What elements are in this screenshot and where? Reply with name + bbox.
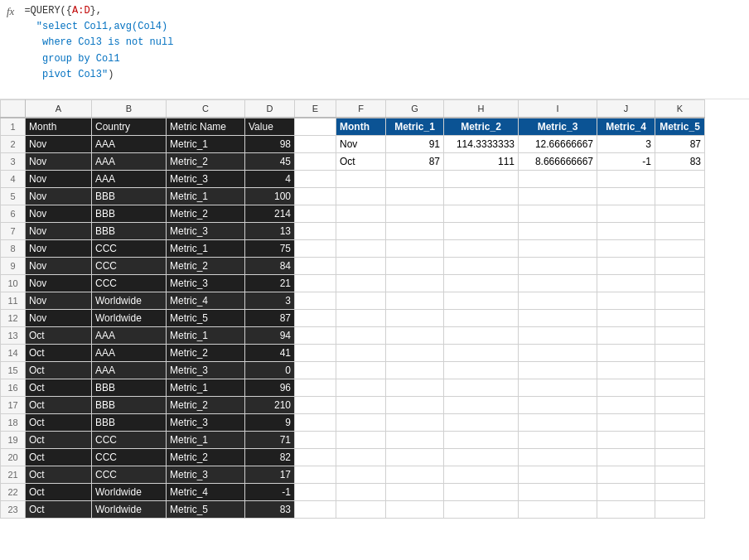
cell-e1[interactable] <box>295 118 336 136</box>
cell-c4[interactable]: Metric_3 <box>167 171 245 188</box>
cell-e11[interactable] <box>295 292 336 310</box>
cell-h6[interactable] <box>444 205 519 223</box>
cell-d14[interactable]: 41 <box>245 345 295 362</box>
cell-i18[interactable] <box>519 414 597 432</box>
cell-e9[interactable] <box>295 258 336 275</box>
cell-b21[interactable]: CCC <box>92 466 167 484</box>
cell-f13[interactable] <box>336 327 386 345</box>
cell-b22[interactable]: Worldwide <box>92 484 167 501</box>
cell-g17[interactable] <box>386 397 444 414</box>
cell-h8[interactable] <box>444 240 519 258</box>
cell-g10[interactable] <box>386 275 444 292</box>
cell-i9[interactable] <box>519 258 597 275</box>
cell-a1[interactable]: Month <box>26 118 92 136</box>
cell-g13[interactable] <box>386 327 444 345</box>
cell-a19[interactable]: Oct <box>26 432 92 449</box>
cell-j15[interactable] <box>597 362 655 379</box>
col-header-b[interactable]: B <box>92 100 167 118</box>
cell-f19[interactable] <box>336 432 386 449</box>
cell-d10[interactable]: 21 <box>245 275 295 292</box>
cell-h2[interactable]: 114.3333333 <box>444 136 519 153</box>
cell-b6[interactable]: BBB <box>92 205 167 223</box>
cell-d4[interactable]: 4 <box>245 171 295 188</box>
cell-c9[interactable]: Metric_2 <box>167 258 245 275</box>
cell-f17[interactable] <box>336 397 386 414</box>
cell-d20[interactable]: 82 <box>245 449 295 466</box>
cell-j3[interactable]: -1 <box>597 153 655 171</box>
cell-f2[interactable]: Nov <box>336 136 386 153</box>
cell-k8[interactable] <box>655 240 705 258</box>
cell-c6[interactable]: Metric_2 <box>167 205 245 223</box>
cell-c22[interactable]: Metric_4 <box>167 484 245 501</box>
cell-h3[interactable]: 111 <box>444 153 519 171</box>
cell-c21[interactable]: Metric_3 <box>167 466 245 484</box>
cell-g19[interactable] <box>386 432 444 449</box>
cell-i17[interactable] <box>519 397 597 414</box>
cell-h16[interactable] <box>444 379 519 397</box>
cell-b23[interactable]: Worldwide <box>92 501 167 519</box>
cell-f7[interactable] <box>336 223 386 240</box>
cell-e20[interactable] <box>295 449 336 466</box>
cell-k13[interactable] <box>655 327 705 345</box>
cell-d13[interactable]: 94 <box>245 327 295 345</box>
cell-c11[interactable]: Metric_4 <box>167 292 245 310</box>
cell-i3[interactable]: 8.666666667 <box>519 153 597 171</box>
cell-g15[interactable] <box>386 362 444 379</box>
cell-d5[interactable]: 100 <box>245 188 295 205</box>
cell-i12[interactable] <box>519 310 597 327</box>
cell-c12[interactable]: Metric_5 <box>167 310 245 327</box>
cell-i5[interactable] <box>519 188 597 205</box>
cell-d22[interactable]: -1 <box>245 484 295 501</box>
cell-j11[interactable] <box>597 292 655 310</box>
cell-h1[interactable]: Metric_2 <box>444 118 519 136</box>
cell-k14[interactable] <box>655 345 705 362</box>
cell-h10[interactable] <box>444 275 519 292</box>
cell-d19[interactable]: 71 <box>245 432 295 449</box>
cell-f20[interactable] <box>336 449 386 466</box>
cell-h9[interactable] <box>444 258 519 275</box>
col-header-g[interactable]: G <box>386 100 444 118</box>
cell-e5[interactable] <box>295 188 336 205</box>
cell-f18[interactable] <box>336 414 386 432</box>
cell-a17[interactable]: Oct <box>26 397 92 414</box>
cell-h19[interactable] <box>444 432 519 449</box>
cell-j14[interactable] <box>597 345 655 362</box>
cell-i4[interactable] <box>519 171 597 188</box>
cell-a4[interactable]: Nov <box>26 171 92 188</box>
cell-i16[interactable] <box>519 379 597 397</box>
cell-d11[interactable]: 3 <box>245 292 295 310</box>
cell-d18[interactable]: 9 <box>245 414 295 432</box>
cell-g5[interactable] <box>386 188 444 205</box>
cell-g14[interactable] <box>386 345 444 362</box>
cell-k4[interactable] <box>655 171 705 188</box>
cell-a5[interactable]: Nov <box>26 188 92 205</box>
cell-d9[interactable]: 84 <box>245 258 295 275</box>
cell-i14[interactable] <box>519 345 597 362</box>
cell-b3[interactable]: AAA <box>92 153 167 171</box>
cell-b5[interactable]: BBB <box>92 188 167 205</box>
cell-g4[interactable] <box>386 171 444 188</box>
cell-i15[interactable] <box>519 362 597 379</box>
cell-i21[interactable] <box>519 466 597 484</box>
cell-b4[interactable]: AAA <box>92 171 167 188</box>
cell-e17[interactable] <box>295 397 336 414</box>
col-header-e[interactable]: E <box>295 100 336 118</box>
cell-c10[interactable]: Metric_3 <box>167 275 245 292</box>
cell-b2[interactable]: AAA <box>92 136 167 153</box>
spreadsheet[interactable]: A B C D E F G H I J K 1 Month <box>0 99 749 560</box>
cell-b11[interactable]: Worldwide <box>92 292 167 310</box>
cell-a20[interactable]: Oct <box>26 449 92 466</box>
cell-a22[interactable]: Oct <box>26 484 92 501</box>
cell-e10[interactable] <box>295 275 336 292</box>
cell-c17[interactable]: Metric_2 <box>167 397 245 414</box>
cell-c13[interactable]: Metric_1 <box>167 327 245 345</box>
cell-a21[interactable]: Oct <box>26 466 92 484</box>
cell-h22[interactable] <box>444 484 519 501</box>
cell-g8[interactable] <box>386 240 444 258</box>
cell-h13[interactable] <box>444 327 519 345</box>
cell-f12[interactable] <box>336 310 386 327</box>
cell-k16[interactable] <box>655 379 705 397</box>
cell-g12[interactable] <box>386 310 444 327</box>
cell-e23[interactable] <box>295 501 336 519</box>
col-header-h[interactable]: H <box>444 100 519 118</box>
